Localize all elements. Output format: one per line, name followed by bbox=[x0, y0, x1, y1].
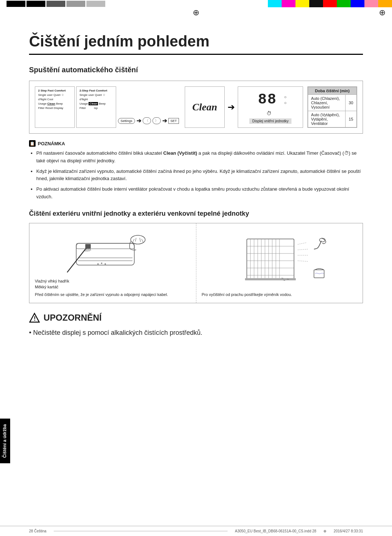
auto-clean-diagram: 2 Step Fast Comfort Single user Quiet ☆ … bbox=[29, 81, 363, 134]
arrow-1 bbox=[179, 86, 185, 128]
svg-point-11 bbox=[131, 235, 145, 244]
set-button[interactable]: SET bbox=[168, 118, 179, 124]
note-bullet-2: Když je klimatizační zařízení vypnuto, a… bbox=[36, 168, 363, 183]
ac-unit-illustration bbox=[65, 229, 160, 276]
svg-rect-5 bbox=[85, 244, 91, 248]
date-info: 2016/4/27 8:33:31 bbox=[334, 529, 363, 533]
side-tab: Čištění a údržba bbox=[0, 419, 10, 463]
svg-line-37 bbox=[298, 261, 309, 261]
svg-line-12 bbox=[132, 239, 134, 243]
table-value-1: 30 bbox=[345, 95, 356, 111]
svg-rect-0 bbox=[76, 243, 134, 265]
svg-point-16 bbox=[101, 263, 102, 264]
warning-title: UPOZORNĚNÍ bbox=[44, 313, 102, 323]
segment-display: 88 bbox=[254, 91, 281, 109]
svg-line-14 bbox=[140, 238, 140, 242]
warning-text: • Nečistěte displej s pomocí alkalických… bbox=[29, 328, 363, 338]
display-panel: 88 ○ ○ ⏱ Displej vnitřní jednotky bbox=[238, 86, 303, 128]
cleaning-diagram: Vlažný vlhký hadřík Měkký kartáč Před či… bbox=[29, 223, 363, 303]
table-row: Auto (Vytápění),Vytápění,Ventilátor bbox=[308, 111, 346, 127]
left-caption: Před čištěním se ujistěte, že je zařízen… bbox=[35, 292, 191, 297]
page-title: Čištění jedním pohledem bbox=[29, 33, 363, 55]
svg-line-15 bbox=[142, 239, 143, 243]
left-arrow-button[interactable]: 〈 bbox=[143, 117, 151, 124]
svg-rect-1 bbox=[76, 243, 134, 249]
note-section: 📋 POZNÁMKA Při nastavení časovače automa… bbox=[29, 140, 363, 201]
label-brush: Měkký kartáč bbox=[35, 285, 191, 289]
table-row: Auto (Chlazení),Chlazení,Vysoušení bbox=[308, 95, 346, 111]
svg-line-4 bbox=[67, 247, 87, 272]
table-value-2: 15 bbox=[345, 111, 356, 127]
svg-text:~: ~ bbox=[281, 276, 283, 280]
svg-line-35 bbox=[298, 249, 309, 250]
arrow-2: ➔ bbox=[225, 86, 238, 128]
display-label: Displej vnitřní jednotky bbox=[249, 118, 291, 124]
cleaning-left-panel: Vlažný vlhký hadřík Měkký kartáč Před či… bbox=[29, 223, 196, 303]
svg-rect-19 bbox=[247, 239, 294, 279]
warning-icon: ! bbox=[29, 312, 40, 323]
note-heading: POZNÁMKA bbox=[38, 141, 65, 146]
note-bullet-3: Po aktivaci automatické čištění bude int… bbox=[36, 186, 363, 201]
svg-line-13 bbox=[135, 238, 136, 241]
file-info: A3050_EU Best_IB_DB68-06151A-00_CS.indd … bbox=[235, 529, 316, 533]
settings-button[interactable]: Settings bbox=[118, 118, 135, 124]
note-bullet-1: Při nastavení časovače automatického čiš… bbox=[36, 150, 363, 165]
controls-row: Settings ➔ 〈 〉 ➔ SET bbox=[118, 114, 179, 126]
svg-text:!: ! bbox=[34, 316, 36, 322]
footer: 28 Čeština A3050_EU Best_IB_DB68-06151A-… bbox=[0, 526, 392, 536]
page-number-label: 28 Čeština bbox=[29, 529, 46, 533]
section2-heading: Čištění exteriéru vnitřní jednotky a ext… bbox=[29, 210, 363, 218]
note-bullets: Při nastavení časovače automatického čiš… bbox=[29, 150, 363, 201]
label-cloth: Vlažný vlhký hadřík bbox=[35, 279, 191, 283]
outdoor-unit-illustration: ~ ~ ~ bbox=[229, 235, 330, 283]
remote-panel-1: 2 Step Fast Comfort Single user Quiet ☆ … bbox=[35, 86, 75, 128]
section1-heading: Spuštění automatického čištění bbox=[29, 66, 363, 74]
svg-point-18 bbox=[97, 263, 99, 265]
note-icon: 📋 bbox=[29, 140, 36, 147]
remote-panel-2: 2-Step Fast Comfort Single user Quiet ☆ … bbox=[76, 86, 116, 128]
svg-point-17 bbox=[105, 263, 106, 265]
cleaning-labels: Vlažný vlhký hadřík Měkký kartáč bbox=[35, 279, 191, 289]
right-arrow-button[interactable]: 〉 bbox=[152, 117, 161, 124]
table-header: Doba čištění (min) bbox=[308, 87, 357, 95]
right-caption: Pro vyčištění od prachu postříkejte výmě… bbox=[202, 292, 358, 297]
svg-text:~: ~ bbox=[283, 279, 285, 283]
clean-label: Clean bbox=[192, 101, 217, 113]
cleaning-right-panel: ~ ~ ~ Pro vyčištění od prachu postříkejt… bbox=[196, 223, 363, 303]
warning-section: ! UPOZORNĚNÍ • Nečistěte displej s pomoc… bbox=[29, 312, 363, 338]
svg-text:~: ~ bbox=[287, 277, 289, 281]
svg-line-34 bbox=[298, 243, 307, 244]
